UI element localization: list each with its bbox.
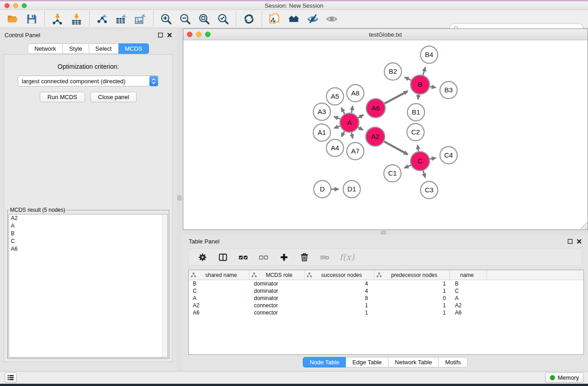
window-resize-grip[interactable] bbox=[581, 223, 587, 229]
show-task-history-button[interactable] bbox=[5, 372, 17, 383]
table-cell[interactable]: C bbox=[450, 288, 487, 294]
graph-edge-C-C2[interactable] bbox=[417, 145, 418, 152]
mcds-result-item[interactable]: A6 bbox=[9, 245, 167, 253]
table-cell[interactable]: 1 bbox=[374, 288, 450, 294]
table-cell[interactable]: connector bbox=[249, 302, 305, 309]
graph-edge-C-C3[interactable] bbox=[423, 171, 425, 177]
memory-button[interactable]: Memory bbox=[545, 372, 584, 383]
column-header[interactable]: MCDS role bbox=[249, 270, 305, 280]
table-row[interactable]: A2connector11A2 bbox=[189, 302, 583, 309]
float-panel-icon[interactable] bbox=[568, 239, 573, 244]
graph-edge-A-A6[interactable] bbox=[358, 115, 363, 118]
criterion-dropdown[interactable]: largest connected component (directed) bbox=[18, 76, 159, 86]
node-table[interactable]: shared nameMCDS rolesuccessor nodesprede… bbox=[188, 270, 584, 355]
split-view-button[interactable] bbox=[217, 252, 228, 262]
tab-network[interactable]: Network bbox=[28, 43, 63, 54]
tab-style[interactable]: Style bbox=[63, 43, 89, 54]
graph-edge-A6-B[interactable] bbox=[384, 91, 407, 104]
table-cell[interactable]: 1 bbox=[374, 310, 450, 316]
function-builder-button[interactable]: f(x) bbox=[339, 252, 354, 262]
tab-network-table[interactable]: Network Table bbox=[388, 357, 439, 367]
graph-edge-B-B1[interactable] bbox=[418, 95, 419, 100]
open-session-button[interactable] bbox=[6, 13, 19, 25]
add-column-button[interactable] bbox=[278, 252, 289, 262]
export-image-button[interactable] bbox=[134, 13, 147, 25]
table-cell[interactable]: B bbox=[189, 281, 249, 287]
horizontal-splitter-handle[interactable] bbox=[381, 231, 386, 234]
zoom-selected-button[interactable] bbox=[217, 13, 229, 25]
table-cell[interactable]: 1 bbox=[374, 281, 450, 287]
show-graphics-details-button[interactable] bbox=[325, 13, 338, 25]
table-cell[interactable]: A6 bbox=[450, 310, 487, 316]
refresh-button[interactable] bbox=[243, 13, 255, 25]
deselect-all-button[interactable] bbox=[258, 252, 269, 262]
table-cell[interactable]: A2 bbox=[450, 302, 487, 309]
horizontal-splitter[interactable] bbox=[182, 230, 588, 235]
column-header[interactable]: predecessor nodes bbox=[374, 270, 450, 280]
column-header[interactable]: name bbox=[450, 270, 487, 280]
home-button[interactable] bbox=[287, 13, 300, 25]
float-panel-icon[interactable] bbox=[158, 33, 163, 38]
import-table-button[interactable] bbox=[70, 13, 83, 25]
network-canvas[interactable]: B4B2BB3A8A5A6A3B1AA1C2A2A4A7C4CC1C3DD1 bbox=[183, 40, 588, 229]
table-cell[interactable]: A bbox=[189, 295, 249, 301]
clone-network-button[interactable] bbox=[268, 13, 281, 25]
table-cell[interactable]: 1 bbox=[305, 310, 374, 316]
table-cell[interactable]: dominator bbox=[249, 288, 305, 294]
export-table-button[interactable] bbox=[115, 13, 128, 25]
tab-edge-table[interactable]: Edge Table bbox=[346, 357, 388, 367]
table-cell[interactable]: connector bbox=[249, 310, 305, 316]
close-panel-button[interactable]: Close panel bbox=[91, 92, 137, 102]
export-network-button[interactable] bbox=[96, 13, 109, 25]
graph-edge-B-B2[interactable] bbox=[405, 77, 411, 81]
mcds-result-item[interactable]: A bbox=[9, 222, 167, 230]
mcds-result-item[interactable]: B bbox=[9, 230, 167, 238]
tab-mcds[interactable]: MCDS bbox=[119, 43, 149, 54]
close-panel-icon[interactable] bbox=[577, 239, 582, 244]
graph-edge-C-C4[interactable] bbox=[430, 158, 436, 159]
table-cell[interactable]: A2 bbox=[189, 302, 249, 309]
close-panel-icon[interactable] bbox=[167, 33, 172, 38]
table-cell[interactable]: 1 bbox=[374, 302, 450, 309]
network-graph[interactable]: B4B2BB3A8A5A6A3B1AA1C2A2A4A7C4CC1C3DD1 bbox=[183, 40, 588, 229]
tab-select[interactable]: Select bbox=[89, 43, 119, 54]
graph-edge-B-B3[interactable] bbox=[430, 86, 436, 87]
mcds-result-item[interactable]: A2 bbox=[9, 214, 167, 222]
graph-edge-A2-C[interactable] bbox=[384, 142, 407, 155]
graph-edge-C-C1[interactable] bbox=[405, 165, 411, 168]
graph-edge-A-A7[interactable] bbox=[351, 133, 353, 138]
delete-column-button[interactable] bbox=[299, 252, 310, 262]
table-settings-button[interactable] bbox=[197, 252, 208, 262]
graph-edge-A-A4[interactable] bbox=[341, 131, 344, 137]
graph-edge-A-A2[interactable] bbox=[358, 128, 363, 130]
column-header[interactable]: shared name bbox=[189, 270, 249, 280]
mcds-list-scrollbar[interactable] bbox=[162, 214, 167, 357]
graph-edge-A-A1[interactable] bbox=[334, 126, 340, 128]
graph-edge-A-A5[interactable] bbox=[341, 108, 344, 114]
table-cell[interactable]: A6 bbox=[189, 310, 249, 316]
table-cell[interactable]: B bbox=[450, 281, 487, 287]
select-all-button[interactable] bbox=[238, 252, 249, 262]
hide-graphics-details-button[interactable] bbox=[306, 13, 319, 25]
graph-edge-A-A8[interactable] bbox=[351, 106, 353, 113]
mcds-result-item[interactable]: C bbox=[9, 238, 167, 245]
table-cell[interactable]: C bbox=[189, 288, 249, 294]
graph-edge-A-A3[interactable] bbox=[334, 117, 340, 119]
zoom-out-button[interactable] bbox=[179, 13, 191, 25]
column-header[interactable]: successor nodes bbox=[305, 270, 374, 280]
save-session-button[interactable] bbox=[25, 13, 38, 25]
table-cell[interactable]: 0 bbox=[374, 295, 450, 301]
import-network-button[interactable] bbox=[51, 13, 64, 25]
table-cell[interactable]: dominator bbox=[249, 281, 305, 287]
table-cell[interactable]: A bbox=[450, 295, 487, 301]
table-cell[interactable]: 1 bbox=[305, 302, 374, 309]
table-row[interactable]: Bdominator41B bbox=[189, 280, 583, 287]
zoom-fit-button[interactable] bbox=[198, 13, 210, 25]
table-row[interactable]: Adominator80A bbox=[189, 295, 583, 302]
vertical-splitter-handle[interactable] bbox=[177, 195, 182, 200]
delete-table-button[interactable] bbox=[319, 252, 330, 262]
run-mcds-button[interactable]: Run MCDS bbox=[40, 92, 85, 102]
table-cell[interactable]: dominator bbox=[249, 295, 305, 301]
table-cell[interactable]: 4 bbox=[305, 281, 374, 287]
mcds-result-list[interactable]: A2ABCA6 bbox=[9, 214, 168, 357]
